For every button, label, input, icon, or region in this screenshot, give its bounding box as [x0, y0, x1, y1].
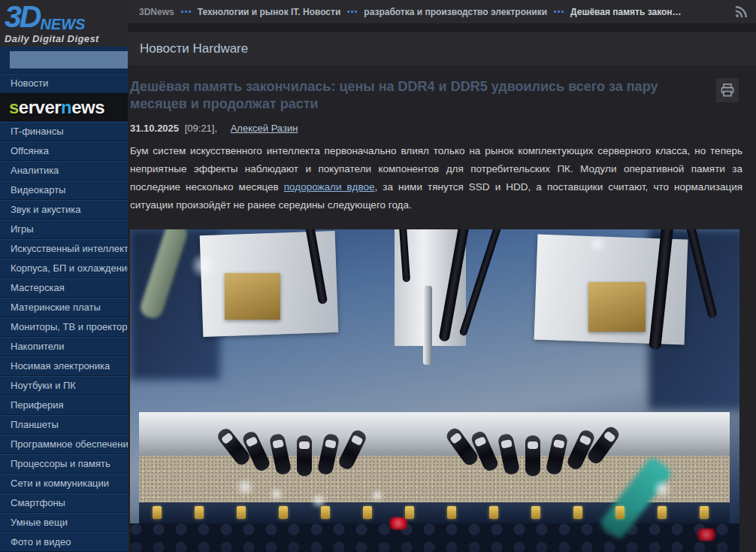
search-bar: [0, 47, 128, 73]
article-time: [09:21],: [185, 123, 217, 134]
sidebar-item-novosti[interactable]: Новости: [0, 73, 128, 93]
sidebar-item[interactable]: Периферия: [0, 395, 128, 414]
logo-news-text: NEWS: [40, 17, 85, 32]
rss-icon: [734, 5, 748, 19]
breadcrumb-link-1[interactable]: Технологии и рынок IT. Новости: [198, 7, 341, 17]
photo-shape-pin: [195, 506, 204, 519]
sidebar-item[interactable]: Смартфоны: [0, 493, 128, 512]
photo-shape-pin: [700, 506, 709, 519]
photo-shape-pin: [658, 506, 667, 519]
breadcrumb-separator-dots: [554, 11, 564, 13]
article-meta: 31.10.2025 [09:21], Алексей Разин: [130, 123, 748, 134]
sidebar-item[interactable]: Носимая электроника: [0, 356, 128, 375]
breadcrumb-home-link[interactable]: 3DNews: [139, 7, 174, 17]
article-body-link[interactable]: подорожали вдвое: [284, 181, 375, 193]
sidebar-item[interactable]: Мониторы, ТВ и проекторы: [0, 317, 128, 336]
sidebar-item[interactable]: Корпуса, БП и охлаждение: [0, 258, 128, 278]
photo-shape-bokeh: [652, 479, 672, 499]
article-author-link[interactable]: Алексей Разин: [231, 123, 298, 134]
article-image: [130, 229, 739, 552]
site-logo[interactable]: 3D NEWS Daily Digital Digest: [0, 0, 128, 47]
sidebar-item[interactable]: Ноутбуки и ПК: [0, 375, 128, 395]
sidebar-item[interactable]: Звук и акустика: [0, 199, 128, 219]
photo-shape-pin: [153, 506, 162, 519]
sidebar-item[interactable]: Мастерская: [0, 278, 128, 297]
breadcrumb-link-2[interactable]: разработка и производство электроники: [364, 7, 547, 17]
photo-shape-pin: [405, 506, 414, 519]
sidebar-item[interactable]: Сети и коммуникации: [0, 473, 128, 493]
photo-shape-bokeh: [588, 235, 606, 253]
sidebar-item[interactable]: Offсянка: [0, 141, 128, 160]
sidebar-item[interactable]: Процессоры и память: [0, 453, 128, 473]
photo-shape-bokeh: [190, 252, 217, 279]
printer-icon: [720, 83, 735, 98]
print-button[interactable]: [716, 78, 739, 102]
servernews-text-ews: ews: [71, 97, 104, 117]
photo-shape-bokeh: [269, 487, 284, 502]
sidebar-item[interactable]: Планшеты: [0, 414, 128, 434]
sidebar-item[interactable]: IT-финансы: [0, 121, 128, 141]
photo-shape-probe: [525, 435, 540, 476]
section-header: Новости Hardware: [128, 32, 756, 65]
photo-shape-rod: [423, 286, 432, 365]
photo-shape-pin: [615, 506, 624, 519]
sidebar-item[interactable]: Накопители: [0, 336, 128, 356]
servernews-letter-s: s: [9, 97, 19, 117]
servernews-logo[interactable]: servernews: [0, 93, 128, 121]
photo-shape-bokeh: [370, 489, 384, 502]
photo-shape-pin: [279, 506, 288, 519]
logo-tagline: Daily Digital Digest: [5, 33, 128, 44]
article-date: 31.10.2025: [130, 123, 179, 134]
sidebar-item[interactable]: Материнские платы: [0, 297, 128, 317]
logo-3d-text: 3D: [5, 2, 39, 32]
photo-shape-pin: [363, 506, 372, 519]
breadcrumb-current: Дешёвая память закон…: [570, 7, 682, 17]
article-title[interactable]: Дешёвая память закончилась: цены на DDR4…: [130, 78, 706, 113]
breadcrumb-separator-dots: [181, 11, 191, 13]
sidebar-item[interactable]: Программное обеспечение: [0, 434, 128, 453]
main-content: 3DNews Технологии и рынок IT. Новости ра…: [128, 0, 756, 552]
photo-shape-bokeh: [235, 478, 255, 497]
photo-shape-probe: [297, 435, 312, 476]
sidebar-nav-list: Новости servernews IT-финансыOffсянкаАна…: [0, 73, 128, 552]
photo-shape-pin: [237, 506, 246, 519]
sidebar: 3D NEWS Daily Digital Digest Новости ser…: [0, 0, 128, 552]
photo-shape-pin: [573, 506, 582, 519]
photo-shape-pin: [447, 506, 456, 519]
sidebar-item[interactable]: Аналитика: [0, 160, 128, 180]
section-title: Новости Hardware: [140, 41, 248, 56]
breadcrumb: 3DNews Технологии и рынок IT. Новости ра…: [128, 0, 756, 23]
article: Дешёвая память закончилась: цены на DDR4…: [128, 65, 756, 552]
breadcrumb-separator-dots: [347, 11, 357, 13]
sidebar-item[interactable]: Умные вещи: [0, 512, 128, 532]
photo-shape-gold: [588, 282, 646, 332]
photo-shape-pin: [531, 506, 540, 519]
photo-shape-shade: [130, 508, 739, 552]
article-body: Бум систем искусственного интеллекта пер…: [130, 142, 748, 214]
sidebar-item[interactable]: Фото и видео: [0, 532, 128, 551]
sidebar-item[interactable]: Игры: [0, 219, 128, 238]
photo-shape-pin: [489, 506, 498, 519]
sidebar-item[interactable]: Искусственный интеллект: [0, 238, 128, 258]
photo-shape-gold: [225, 273, 280, 320]
servernews-text-erver: erver: [19, 97, 61, 117]
rss-button[interactable]: [733, 3, 750, 20]
sidebar-item[interactable]: Видеокарты: [0, 180, 128, 199]
photo-shape-pin: [321, 506, 330, 519]
servernews-letter-n: n: [61, 97, 71, 117]
